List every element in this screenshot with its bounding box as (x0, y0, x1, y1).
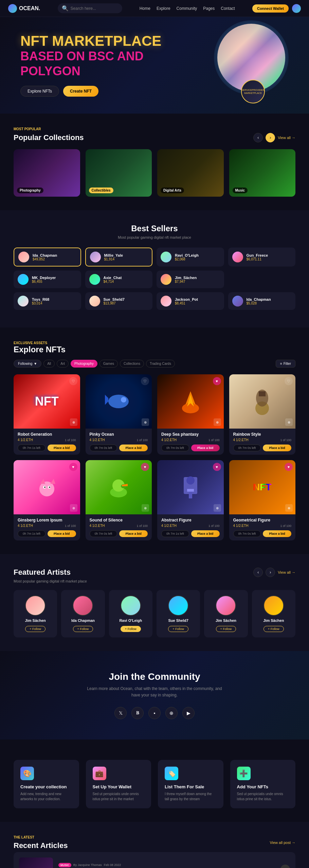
popular-prev-btn[interactable]: ‹ (253, 133, 263, 142)
nft-expand-geo[interactable]: ⊕ (285, 504, 293, 512)
popular-view-all[interactable]: View all → (278, 136, 295, 140)
artist-card-5[interactable]: Jim Sächen + Follow (252, 590, 295, 637)
nft-bid-sound[interactable]: Place a bid (119, 530, 148, 537)
collection-card-music[interactable]: Music (229, 149, 296, 197)
nft-expand-robot[interactable]: ⊕ (70, 418, 77, 426)
connect-wallet-button[interactable]: Connect Wallet (252, 4, 289, 13)
search-input[interactable] (71, 6, 118, 11)
twitter-icon[interactable]: 𝕏 (114, 707, 127, 719)
seller-card-axie[interactable]: Axie_Chat $4,714 (85, 271, 153, 288)
artist-follow-btn-3[interactable]: + Follow (168, 626, 188, 632)
youtube-icon[interactable]: ▶ (182, 707, 195, 719)
nft-bid-pinky[interactable]: Place a bid (119, 445, 148, 451)
nft-card-pinky[interactable]: ♡ ⊕ Pinky Ocean 4 1/2.ETH 1 of 100 0h 7m… (86, 374, 152, 455)
popular-next-btn[interactable]: › (266, 133, 275, 142)
nft-like-sound[interactable]: ♥ (141, 463, 149, 471)
filter-photography[interactable]: Photography (71, 360, 97, 368)
nft-card-ginsberg[interactable]: ♥ ⊕ Ginsberg Lorem Ipsum 4 1/2.ETH 1 of … (14, 460, 80, 540)
nft-card-rainbow[interactable]: ♡ ⊕ Rainbow Style 4 1/2.ETH 1 of 100 0h … (229, 374, 296, 455)
artist-follow-btn-5[interactable]: + Follow (263, 626, 284, 632)
discord-icon[interactable]: 𝐁 (131, 707, 144, 719)
collection-card-collectibles[interactable]: Collectibles (86, 149, 152, 197)
seller-card-gun[interactable]: Gun_Freece $6,071.11 (228, 248, 296, 267)
seller-card-jackson[interactable]: Jackson_Pot $8,451 (157, 292, 224, 310)
nft-like-ginsberg[interactable]: ♥ (69, 463, 77, 471)
artist-card-0[interactable]: Jim Sächen + Follow (14, 590, 57, 637)
filter-all[interactable]: All (43, 360, 55, 368)
reddit-icon[interactable]: ▪ (148, 707, 161, 719)
filter-trading-cards[interactable]: Trading Cards (146, 360, 175, 368)
nav-pages[interactable]: Pages (203, 6, 215, 11)
nft-card-deepsea[interactable]: ♥ ⊕ Deep Sea phantasy 4 1/2.ETH 1 of 100… (157, 374, 224, 455)
nft-expand-ginsberg[interactable]: ⊕ (70, 504, 77, 512)
filter-collections[interactable]: Collections (120, 360, 144, 368)
nft-card-abstract[interactable]: ♥ ⊕ Abstract Figure 4 1/2.ETH 1 of 100 0… (157, 460, 224, 540)
nft-expand-deepsea[interactable]: ⊕ (214, 418, 221, 426)
article-card-0[interactable]: MUSIC By Jacquine Thomas Feb 08 2022 Luc… (14, 852, 295, 868)
artist-card-4[interactable]: Jim Sächen + Follow (204, 590, 248, 637)
featured-prev-btn[interactable]: ‹ (253, 568, 263, 577)
seller-card-toys[interactable]: Toys_R68 $3,014 (14, 292, 81, 310)
filter-games[interactable]: Games (99, 360, 118, 368)
filter-button[interactable]: ≡ Filter (276, 360, 295, 368)
seller-card-ida[interactable]: Ida_Chapman $49,852 (14, 248, 81, 267)
nft-bid-robot[interactable]: Place a bid (48, 445, 76, 451)
nft-like-robot[interactable]: ♡ (69, 377, 77, 385)
search-bar[interactable]: 🔍 (58, 3, 122, 13)
artist-follow-btn-2[interactable]: + Follow (121, 626, 141, 632)
artist-follow-btn-0[interactable]: + Follow (25, 626, 46, 632)
nft-time-geo[interactable]: 0h 7m 0s left (233, 530, 261, 537)
nft-expand-abstract[interactable]: ⊕ (214, 504, 221, 512)
nft-like-deepsea[interactable]: ♥ (213, 377, 221, 385)
nft-card-sound[interactable]: ♥ ⊕ Sound of Silence 4 1/2.ETH 1 of 100 … (86, 460, 152, 540)
user-avatar[interactable] (292, 4, 301, 13)
nft-like-rainbow[interactable]: ♡ (285, 377, 293, 385)
collection-card-digital-arts[interactable]: Digital Arts (157, 149, 224, 197)
nft-expand-rainbow[interactable]: ⊕ (285, 418, 293, 426)
create-nft-button[interactable]: Create NFT (63, 86, 98, 97)
nft-card-robot[interactable]: NFT ♡ ⊕ Robot Generation 4 1/2.ETH 1 of … (14, 374, 80, 455)
nft-time-rainbow[interactable]: 0h 7m 0s left (233, 445, 261, 451)
nav-home[interactable]: Home (140, 6, 150, 11)
nft-time-sound[interactable]: 0h 7m 0s left (90, 530, 117, 537)
logo[interactable]: OCEAN. (8, 4, 40, 13)
seller-card-millie[interactable]: Millie_Yale $1,914 (85, 248, 153, 267)
nft-bid-ginsberg[interactable]: Place a bid (48, 530, 76, 537)
seller-card-ravi[interactable]: Ravi_O'Leigh $2,068 (157, 248, 224, 267)
article-arrow-0[interactable]: › (280, 865, 290, 868)
artist-card-2[interactable]: Ravi O'Leigh + Follow (109, 590, 152, 637)
seller-card-jim[interactable]: Jim_Sächen $7,947 (157, 271, 224, 288)
nft-bid-deepsea[interactable]: Place a bid (191, 445, 220, 451)
artist-follow-btn-4[interactable]: + Follow (216, 626, 236, 632)
nft-expand-pinky[interactable]: ⊕ (142, 418, 149, 426)
artist-card-3[interactable]: Sue Sheld7 + Follow (157, 590, 200, 637)
nft-like-abstract[interactable]: ♥ (213, 463, 221, 471)
nft-like-geo[interactable]: ♥ (285, 463, 293, 471)
seller-card-ida2[interactable]: Ida_Chapman $5,028 (228, 292, 296, 310)
nav-contact[interactable]: Contact (221, 6, 235, 11)
nav-community[interactable]: Community (177, 6, 197, 11)
collection-card-photography[interactable]: Photography (14, 149, 80, 197)
nft-bid-geo[interactable]: Place a bid (263, 530, 291, 537)
nft-like-pinky[interactable]: ♡ (141, 377, 149, 385)
artist-follow-btn-1[interactable]: + Follow (73, 626, 93, 632)
nav-explore[interactable]: Explore (157, 6, 170, 11)
nft-time-ginsberg[interactable]: 0h 7m 1s left (18, 530, 46, 537)
featured-next-btn[interactable]: › (266, 568, 275, 577)
github-icon[interactable]: ⊕ (165, 707, 178, 719)
articles-view-all[interactable]: View all post → (270, 841, 295, 845)
nft-time-deepsea[interactable]: 0h 7m 0s left (161, 445, 189, 451)
featured-view-all[interactable]: View all → (278, 570, 295, 574)
filter-following-btn[interactable]: Following ▼ (14, 360, 41, 368)
nft-expand-sound[interactable]: ⊕ (142, 504, 149, 512)
seller-card-sue[interactable]: Sue_Sheld7 $13,987 (85, 292, 153, 310)
nft-card-geo[interactable]: NFT ♥ ⊕ Geometrical Figure 4 1/2.ETH 1 o… (229, 460, 296, 540)
explore-nfts-button[interactable]: Explore NFTs (20, 86, 59, 97)
artist-card-1[interactable]: Ida Chapman + Follow (61, 590, 105, 637)
nft-time-pinky[interactable]: 0h 7m 0s left (90, 445, 117, 451)
filter-art[interactable]: Art (57, 360, 69, 368)
nft-time-robot[interactable]: 0h 7m 1s left (18, 445, 46, 451)
seller-card-mk[interactable]: MK_Deployer $6,455 (14, 271, 81, 288)
nft-bid-rainbow[interactable]: Place a bid (263, 445, 291, 451)
nft-time-abstract[interactable]: 0h 7m 1s left (161, 530, 189, 537)
